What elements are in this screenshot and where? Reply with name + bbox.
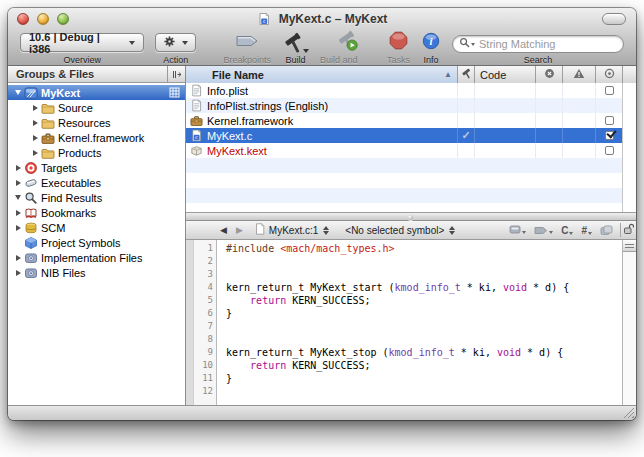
svg-text:i: i	[429, 35, 432, 47]
sidebar-item-scm[interactable]: SCM	[8, 220, 185, 235]
disclosure-triangle-icon[interactable]	[13, 270, 23, 276]
build-status-cell	[457, 98, 474, 113]
back-arrow-button[interactable]: ◀	[220, 225, 227, 235]
target-membership-icon	[604, 68, 615, 81]
file-name-label: InfoPlist.strings (English)	[207, 100, 328, 112]
disclosure-triangle-icon[interactable]	[13, 90, 23, 95]
sidebar-item-label: SCM	[41, 222, 65, 234]
resize-grip[interactable]	[623, 407, 634, 418]
sidebar-item-project-symbols[interactable]: Project Symbols	[8, 235, 185, 250]
groups-files-tree: MyKextSourceResourcesKernel.frameworkPro…	[8, 83, 185, 405]
target-membership-checkbox[interactable]	[605, 146, 614, 155]
disclosure-triangle-icon[interactable]	[30, 135, 40, 141]
target-membership-checkbox[interactable]	[605, 116, 614, 125]
breakpoint-gutter[interactable]	[186, 240, 194, 405]
line-number-gutter[interactable]: 123456789101112	[194, 240, 217, 405]
column-header-file-name[interactable]: File Name▲	[186, 66, 457, 83]
file-row-kernel-framework[interactable]: Kernel.framework	[186, 113, 622, 128]
forward-arrow-button[interactable]: ▶	[236, 225, 243, 235]
sidebar-item-targets[interactable]: Targets	[8, 160, 185, 175]
chevron-down-icon	[182, 41, 188, 45]
horizontal-splitter[interactable]	[186, 212, 636, 221]
breakpoints-button[interactable]: Breakpoints	[223, 31, 271, 65]
target-membership-checkbox[interactable]	[605, 86, 614, 95]
search-icon[interactable]	[459, 37, 475, 48]
split-editor-button[interactable]	[623, 240, 636, 252]
hammer-icon	[461, 68, 472, 81]
column-header-warnings[interactable]	[562, 66, 595, 83]
class-hierarchy-menu-button[interactable]: C	[561, 225, 573, 236]
code-area[interactable]: #include <mach/mach_types.h>kern_return_…	[217, 240, 622, 405]
column-header-code[interactable]: Code	[474, 66, 535, 83]
code-line	[226, 385, 622, 398]
breakpoint-pill-icon	[234, 33, 260, 53]
info-button[interactable]: i Info	[421, 31, 441, 65]
bookmarks-menu-button[interactable]	[509, 225, 526, 235]
grid-view-icon[interactable]	[169, 87, 180, 98]
sidebar-item-bookmarks[interactable]: Bookmarks	[8, 205, 185, 220]
sidebar-item-source[interactable]: Source	[8, 100, 185, 115]
disclosure-triangle-icon[interactable]	[30, 150, 40, 156]
close-button[interactable]	[17, 13, 29, 25]
action-caption: Action	[163, 55, 188, 65]
sidebar-item-label: Kernel.framework	[58, 132, 144, 144]
disclosure-triangle-icon[interactable]	[13, 195, 23, 200]
file-table: File Name▲ Code Info.plistInfoPlist.stri…	[186, 66, 636, 212]
tasks-caption: Tasks	[387, 55, 410, 65]
action-menu-button[interactable]: Action	[155, 31, 196, 65]
titlebar[interactable]: c MyKext.c – MyKext	[8, 8, 636, 30]
minimize-button[interactable]	[37, 13, 49, 25]
build-button[interactable]: Build	[282, 31, 309, 65]
column-header-errors[interactable]	[535, 66, 562, 83]
overview-popup-value: 10.6 | Debug | i386	[29, 31, 123, 55]
sidebar-item-nib-files[interactable]: NIB Files	[8, 265, 185, 280]
column-header-target[interactable]	[595, 66, 622, 83]
sidebar-item-products[interactable]: Products	[8, 145, 185, 160]
splitter-toggle-icon[interactable]	[167, 66, 185, 82]
svg-text:c: c	[195, 134, 198, 140]
sidebar-item-label: NIB Files	[41, 267, 86, 279]
zoom-button[interactable]	[57, 13, 69, 25]
code-line: kern_return_t MyKext_start (kmod_info_t …	[226, 281, 622, 294]
disclosure-triangle-icon[interactable]	[13, 165, 23, 171]
column-header-build[interactable]	[457, 66, 474, 83]
sidebar-item-mykext[interactable]: MyKext	[8, 85, 185, 100]
tasks-button[interactable]: Tasks	[387, 31, 410, 65]
sidebar-item-kernel-framework[interactable]: Kernel.framework	[8, 130, 185, 145]
sidebar-item-implementation-files[interactable]: Implementation Files	[8, 250, 185, 265]
file-table-rows: Info.plistInfoPlist.strings (English)Ker…	[186, 83, 622, 212]
overview-popup[interactable]: 10.6 | Debug | i386 Overview	[20, 31, 144, 65]
pragma-marks-menu-button[interactable]: #	[581, 225, 592, 236]
groups-files-header[interactable]: Groups & Files	[8, 66, 185, 83]
file-row-infoplist-strings-english[interactable]: InfoPlist.strings (English)	[186, 98, 622, 113]
editor-scrollbar[interactable]	[622, 240, 636, 405]
sidebar-item-resources[interactable]: Resources	[8, 115, 185, 130]
search-input[interactable]	[452, 35, 624, 53]
sidebar-item-executables[interactable]: Executables	[8, 175, 185, 190]
target-membership-cell	[595, 113, 622, 128]
target-membership-checkbox[interactable]	[605, 131, 614, 140]
disclosure-triangle-icon[interactable]	[13, 180, 23, 186]
plist-doc-icon	[190, 84, 203, 97]
file-history-popup[interactable]: MyKext.c:1	[255, 223, 329, 237]
disclosure-triangle-icon[interactable]	[30, 120, 40, 126]
disclosure-triangle-icon[interactable]	[13, 210, 23, 216]
sidebar-item-label: Targets	[41, 162, 77, 174]
disclosure-triangle-icon[interactable]	[30, 105, 40, 111]
disclosure-triangle-icon[interactable]	[13, 255, 23, 261]
toolbar-toggle-button[interactable]	[602, 13, 626, 25]
sidebar-item-find-results[interactable]: Find Results	[8, 190, 185, 205]
counterparts-button[interactable]	[600, 225, 613, 236]
disclosure-triangle-icon[interactable]	[13, 225, 23, 231]
file-row-info-plist[interactable]: Info.plist	[186, 83, 622, 98]
file-table-scrollbar[interactable]	[622, 83, 636, 212]
file-row-mykext-kext[interactable]: MyKext.kext	[186, 143, 622, 158]
warnings-cell	[562, 128, 595, 143]
unlocked-padlock-icon	[623, 223, 634, 237]
symbol-popup[interactable]: <No selected symbol>	[341, 225, 455, 236]
file-name-label: MyKext.kext	[207, 145, 267, 157]
breakpoints-menu-button[interactable]	[534, 226, 553, 235]
file-row-mykext-c[interactable]: cMyKext.c✓	[186, 128, 622, 143]
lock-button[interactable]	[620, 223, 636, 237]
code-line: }	[226, 307, 622, 320]
